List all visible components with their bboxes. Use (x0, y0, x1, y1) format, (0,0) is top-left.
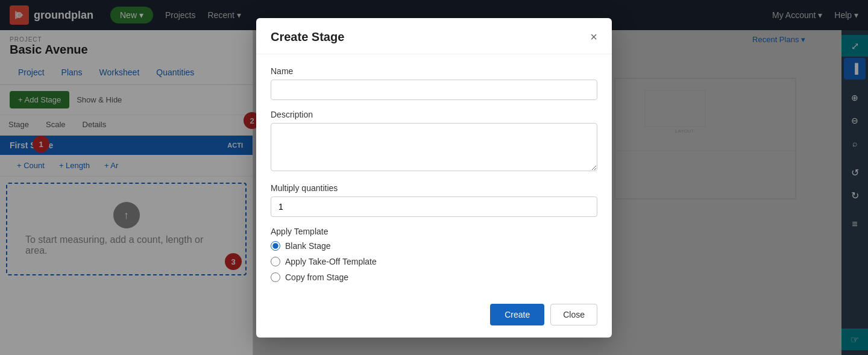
radio-takeoff-label: Apply Take-Off Template (285, 257, 377, 266)
multiply-label: Multiply quantities (271, 183, 597, 193)
create-stage-modal: Create Stage × Name Description Multiply… (256, 18, 612, 338)
apply-template-section: Apply Template Blank Stage Apply Take-Of… (271, 227, 597, 282)
radio-copy-label: Copy from Stage (285, 272, 348, 282)
description-textarea[interactable] (271, 123, 597, 171)
radio-blank-stage[interactable]: Blank Stage (271, 241, 597, 251)
multiply-input[interactable] (271, 196, 597, 217)
radio-copy-input[interactable] (271, 272, 280, 282)
apply-template-label: Apply Template (271, 227, 597, 236)
modal-close-button[interactable]: × (590, 31, 597, 43)
modal-header: Create Stage × (256, 18, 612, 54)
radio-blank-label: Blank Stage (285, 241, 331, 251)
modal-body: Name Description Multiply quantities App… (256, 54, 612, 294)
description-form-group: Description (271, 110, 597, 174)
create-button[interactable]: Create (490, 304, 544, 325)
modal-overlay: Create Stage × Name Description Multiply… (0, 0, 868, 355)
name-form-group: Name (271, 66, 597, 100)
modal-footer: Create Close (256, 294, 612, 338)
radio-group: Blank Stage Apply Take-Off Template Copy… (271, 241, 597, 282)
radio-takeoff[interactable]: Apply Take-Off Template (271, 257, 597, 266)
description-label: Description (271, 110, 597, 119)
radio-takeoff-input[interactable] (271, 257, 280, 266)
name-label: Name (271, 66, 597, 76)
radio-blank-input[interactable] (271, 241, 280, 251)
multiply-form-group: Multiply quantities (271, 183, 597, 217)
modal-title: Create Stage (271, 30, 344, 44)
close-button[interactable]: Close (550, 304, 597, 325)
name-input[interactable] (271, 80, 597, 100)
radio-copy-stage[interactable]: Copy from Stage (271, 272, 597, 282)
